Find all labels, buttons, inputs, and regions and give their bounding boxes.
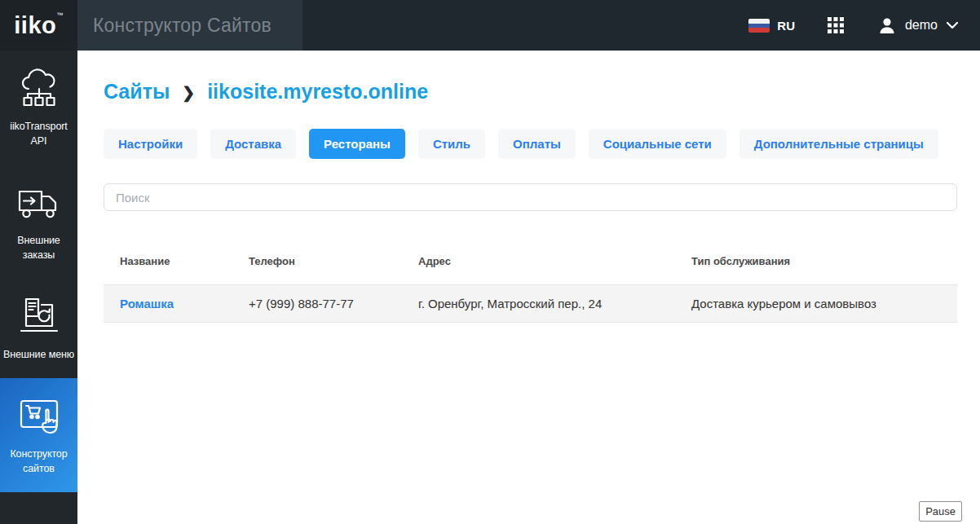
- column-header-phone: Телефон: [249, 255, 418, 267]
- tab-social-networks[interactable]: Социальные сети: [589, 129, 726, 159]
- user-menu[interactable]: demo: [878, 17, 958, 34]
- site-builder-icon: [16, 394, 62, 440]
- restaurant-address: г. Оренбург, Матросский пер., 24: [418, 297, 691, 310]
- sidebar: iikoTransport API Внешние заказы: [0, 51, 77, 524]
- tab-bar: Настройки Доставка Рестораны Стиль Оплат…: [104, 129, 957, 159]
- sidebar-item-site-builder[interactable]: Конструктор сайтов: [0, 378, 77, 492]
- pause-button[interactable]: Pause: [919, 501, 962, 522]
- table-row[interactable]: Ромашка +7 (999) 888-77-77 г. Оренбург, …: [104, 284, 957, 323]
- column-header-address: Адрес: [418, 255, 691, 267]
- tab-payments[interactable]: Оплаты: [498, 129, 576, 159]
- tab-style[interactable]: Стиль: [418, 129, 485, 159]
- menu-sync-laptop-icon: [16, 295, 62, 341]
- apps-grid-icon: [828, 17, 844, 33]
- iiko-logo: iiko™: [14, 14, 63, 37]
- breadcrumb-sites-link[interactable]: Сайты: [104, 80, 170, 103]
- sidebar-item-external-orders[interactable]: Внешние заказы: [0, 165, 77, 279]
- sidebar-item-label: iikoTransport API: [2, 119, 76, 148]
- russian-flag-icon: [748, 19, 770, 33]
- app-title-strip: Конструктор Сайтов: [77, 0, 302, 51]
- search-input[interactable]: [104, 183, 957, 211]
- sidebar-item-iikotransport-api[interactable]: iikoTransport API: [0, 51, 77, 165]
- language-code: RU: [777, 19, 795, 33]
- restaurant-service-type: Доставка курьером и самовывоз: [691, 297, 957, 310]
- breadcrumb-chevron-icon: ❯: [182, 83, 195, 102]
- chevron-down-icon: [947, 22, 958, 29]
- main-content: Сайты ❯ iikosite.myresto.online Настройк…: [77, 51, 980, 524]
- sidebar-item-external-menus[interactable]: Внешние меню: [0, 279, 77, 378]
- user-avatar-icon: [878, 17, 896, 34]
- tab-additional-pages[interactable]: Дополнительные страницы: [739, 129, 938, 159]
- topbar: iiko™ Конструктор Сайтов RU: [0, 0, 980, 51]
- sidebar-item-label: Внешние заказы: [2, 233, 76, 262]
- iiko-logo-block[interactable]: iiko™: [0, 0, 77, 51]
- search-bar: [104, 183, 957, 211]
- delivery-truck-icon: [16, 181, 62, 227]
- breadcrumb-current-site[interactable]: iikosite.myresto.online: [207, 80, 428, 103]
- column-header-name: Название: [104, 255, 249, 267]
- app-title: Конструктор Сайтов: [93, 15, 271, 37]
- tab-delivery[interactable]: Доставка: [210, 129, 296, 159]
- user-name: demo: [905, 18, 938, 33]
- tab-restaurants[interactable]: Рестораны: [309, 129, 405, 159]
- sidebar-item-label: Внешние меню: [3, 347, 74, 362]
- table-header-row: Название Телефон Адрес Тип обслуживания: [104, 255, 957, 284]
- restaurant-phone: +7 (999) 888-77-77: [249, 297, 418, 310]
- apps-grid-button[interactable]: [828, 17, 844, 33]
- topbar-right: RU demo: [302, 0, 980, 51]
- breadcrumb: Сайты ❯ iikosite.myresto.online: [104, 80, 957, 103]
- tab-settings[interactable]: Настройки: [104, 129, 197, 159]
- sidebar-item-label: Конструктор сайтов: [2, 447, 76, 476]
- trademark-symbol: ™: [56, 11, 64, 19]
- restaurant-name-link[interactable]: Ромашка: [104, 297, 249, 310]
- restaurants-table: Название Телефон Адрес Тип обслуживания …: [104, 255, 957, 323]
- column-header-service-type: Тип обслуживания: [691, 255, 957, 267]
- cloud-network-icon: [16, 67, 62, 112]
- language-switcher[interactable]: RU: [748, 19, 795, 33]
